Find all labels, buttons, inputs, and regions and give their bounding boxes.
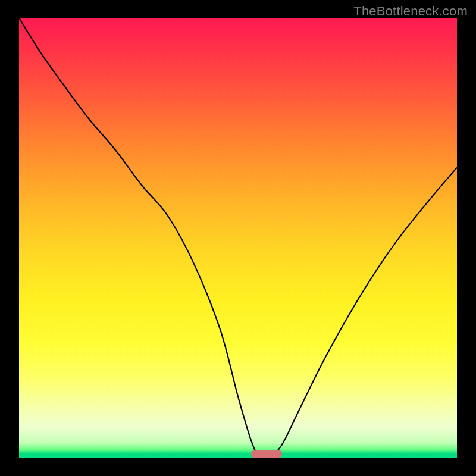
chart-frame: TheBottleneck.com [0,0,476,476]
plot-area [19,18,457,458]
watermark-text: TheBottleneck.com [353,4,468,19]
valley-marker [251,450,282,458]
bottleneck-curve [19,18,457,458]
